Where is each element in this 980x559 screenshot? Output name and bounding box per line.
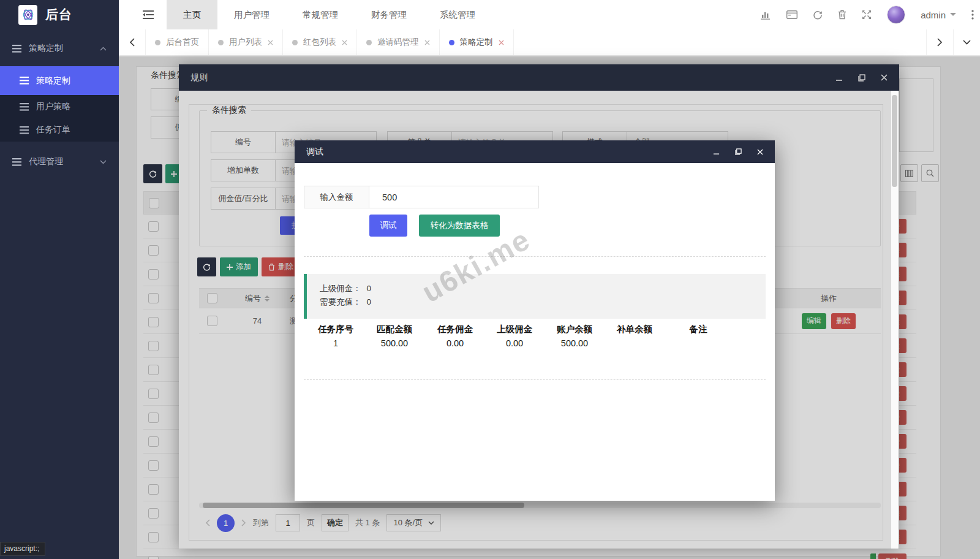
debug-actions: 调试 转化为数据表格	[369, 215, 500, 237]
cell-supplement-balance	[605, 338, 665, 348]
tab-dashboard[interactable]: 后台首页	[146, 29, 209, 55]
maximize-icon[interactable]	[735, 148, 742, 155]
header-remark: 备注	[665, 324, 732, 335]
trash-icon[interactable]	[838, 10, 846, 20]
navbar-actions: admin	[761, 6, 974, 24]
sidebar-group-strategy[interactable]: 策略定制	[0, 36, 119, 61]
tabs-scroll-right-icon[interactable]	[926, 29, 953, 55]
info-label: 上级佣金：	[320, 282, 361, 295]
info-value: 0	[367, 295, 372, 309]
close-icon[interactable]	[499, 40, 504, 45]
tab-bar: 后台首页 用户列表 红包列表 邀请码管理 策略定制	[119, 29, 980, 56]
card-panel-icon[interactable]	[786, 10, 797, 19]
info-line-parent-commission: 上级佣金： 0	[320, 282, 766, 295]
logo[interactable]: 后台	[0, 0, 119, 29]
user-menu[interactable]: admin	[921, 10, 956, 20]
debug-modal-titlebar[interactable]: 调试	[295, 140, 775, 163]
tab-dot-icon	[449, 40, 454, 45]
close-icon[interactable]	[424, 40, 430, 45]
list-icon	[20, 126, 29, 134]
sidebar-item-task-orders[interactable]: 任务订单	[0, 118, 119, 142]
tab-strategy-custom[interactable]: 策略定制	[440, 29, 514, 55]
tab-dot-icon	[292, 40, 298, 45]
close-icon[interactable]	[757, 149, 763, 155]
cell-remark	[665, 338, 732, 348]
sidebar-item-label: 策略定制	[36, 75, 70, 86]
divider	[304, 256, 766, 257]
cell-match-amount: 500.00	[363, 338, 426, 348]
tab-bar-right-controls	[926, 29, 980, 55]
vertical-scrollbar[interactable]	[891, 91, 898, 549]
tab-user-list[interactable]: 用户列表	[209, 29, 283, 55]
amount-input[interactable]	[369, 186, 539, 208]
tab-invite-codes[interactable]: 邀请码管理	[357, 29, 440, 55]
sidebar-item-label: 用户策略	[36, 101, 70, 112]
menu-item-home[interactable]: 主页	[167, 0, 217, 29]
main-menu: 主页 用户管理 常规管理 财务管理 系统管理	[167, 0, 492, 29]
sidebar-group-agents[interactable]: 代理管理	[0, 149, 119, 175]
chevron-up-icon	[100, 47, 107, 51]
tab-dot-icon	[155, 40, 160, 45]
close-icon[interactable]	[268, 40, 273, 45]
cell-account-balance: 500.00	[545, 338, 605, 348]
header-account-balance: 账户余额	[545, 324, 605, 335]
header-task-seq: 任务序号	[308, 324, 363, 335]
info-label: 需要充值：	[320, 295, 361, 309]
debug-modal-window: 调试 输入金额 调试 转化为数据表格 上级佣金： 0 需要充值： 0	[295, 140, 775, 501]
header-supplement-balance: 补单余额	[605, 324, 665, 335]
sidebar-item-strategy-custom[interactable]: 策略定制	[0, 66, 119, 95]
menu-item-general[interactable]: 常规管理	[286, 0, 355, 29]
list-icon	[12, 45, 21, 53]
minimize-icon[interactable]	[713, 148, 720, 155]
kebab-menu-icon[interactable]	[971, 10, 974, 20]
result-info-box: 上级佣金： 0 需要充值： 0	[304, 274, 766, 319]
header-match-amount: 匹配金额	[363, 324, 426, 335]
sidebar-submenu: 策略定制 用户策略 任务订单	[0, 66, 119, 142]
tab-dot-icon	[366, 40, 372, 45]
logo-atom-icon	[18, 5, 37, 25]
sidebar-item-label: 任务订单	[36, 124, 70, 135]
bar-chart-icon[interactable]	[761, 10, 771, 20]
header-task-commission: 任务佣金	[426, 324, 484, 335]
cell-task-seq: 1	[308, 338, 363, 348]
tab-label: 邀请码管理	[377, 37, 419, 48]
refresh-icon[interactable]	[813, 10, 823, 20]
app-title: 后台	[45, 6, 72, 23]
username: admin	[921, 10, 946, 20]
fullscreen-icon[interactable]	[862, 10, 872, 20]
header-parent-commission: 上级佣金	[484, 324, 545, 335]
tabs-scroll-left-icon[interactable]	[119, 29, 146, 55]
tab-dot-icon	[218, 40, 224, 45]
result-table-row: 1 500.00 0.00 0.00 500.00	[308, 338, 732, 348]
menu-item-finance[interactable]: 财务管理	[355, 0, 423, 29]
debug-button[interactable]: 调试	[369, 215, 407, 237]
caret-down-icon	[950, 13, 956, 19]
amount-field-label: 输入金额	[304, 186, 369, 208]
tab-label: 后台首页	[166, 37, 199, 48]
tabs-menu-icon[interactable]	[953, 29, 980, 55]
chevron-down-icon	[100, 160, 107, 164]
tab-label: 用户列表	[229, 37, 262, 48]
scrollbar-thumb[interactable]	[892, 95, 897, 187]
sidebar-item-user-strategy[interactable]: 用户策略	[0, 95, 119, 118]
tab-redpacket-list[interactable]: 红包列表	[283, 29, 357, 55]
sidebar-group-label: 策略定制	[29, 43, 63, 54]
tab-label: 策略定制	[460, 37, 493, 48]
result-table-header: 任务序号 匹配金额 任务佣金 上级佣金 账户余额 补单余额 备注	[308, 324, 732, 335]
divider	[304, 379, 766, 380]
convert-to-table-button[interactable]: 转化为数据表格	[419, 215, 500, 237]
window-controls	[713, 148, 763, 155]
user-avatar[interactable]	[887, 6, 905, 24]
tab-label: 红包列表	[303, 37, 336, 48]
menu-item-system[interactable]: 系统管理	[423, 0, 492, 29]
collapse-sidebar-icon[interactable]	[137, 0, 159, 29]
list-icon	[12, 158, 21, 166]
close-icon[interactable]	[342, 40, 347, 45]
menu-item-users[interactable]: 用户管理	[217, 0, 286, 29]
amount-field: 输入金额	[304, 186, 539, 208]
info-line-recharge-needed: 需要充值： 0	[320, 295, 766, 309]
status-bar-link-hint: javascript:;	[0, 542, 45, 556]
cell-parent-commission: 0.00	[484, 338, 545, 348]
list-icon	[20, 103, 29, 111]
sidebar: 后台 策略定制 策略定制 用户策略 任务订单 代理管理	[0, 0, 119, 559]
